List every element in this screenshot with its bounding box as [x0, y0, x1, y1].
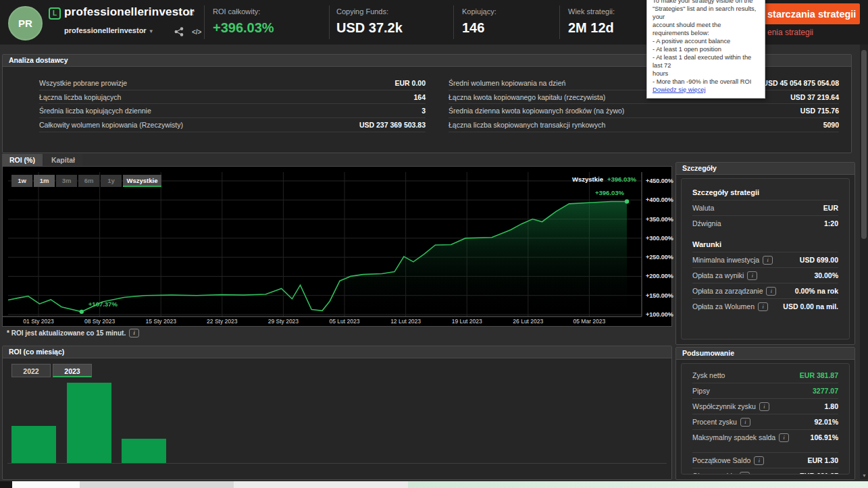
strategy-age-label: Wiek strategii: — [568, 7, 615, 16]
end-point-dot — [625, 199, 629, 203]
roi-area-fill — [8, 202, 627, 315]
row-value: EUR 1.30 — [807, 456, 838, 464]
info-icon[interactable]: i — [740, 472, 750, 475]
range-1w[interactable]: 1w — [11, 175, 32, 187]
row-label: Obecne saldo — [692, 472, 736, 475]
table-row: Opłata za wynikii30.00% — [692, 267, 838, 283]
row-label: Opłata za Wolumen — [692, 302, 755, 310]
info-icon[interactable]: i — [758, 302, 768, 311]
account-name-dropdown[interactable]: professionellerinvestor▼ — [64, 26, 154, 34]
bottom-strip-segment — [80, 481, 234, 488]
leader-badge-icon: L — [49, 7, 61, 20]
y-axis-tick-label: +400.00% — [646, 196, 670, 203]
min-point-dot — [80, 310, 84, 314]
x-axis-tick-label: 05 Mar 2023 — [565, 318, 613, 325]
tab-2022[interactable]: 2022 — [11, 364, 51, 377]
table-row: Procent zyskui92.01% — [692, 414, 838, 429]
table-row: WalutaEUR — [692, 200, 838, 215]
requirements-tooltip: To make your strategy visible on the"Str… — [646, 0, 765, 99]
row-value: USD 37 219.64 — [790, 93, 839, 101]
vertical-scrollbar[interactable] — [860, 45, 868, 479]
row-label: Opłata za wyniki — [692, 271, 744, 279]
monthly-roi-bar[interactable] — [11, 426, 56, 463]
info-icon[interactable]: i — [766, 287, 776, 296]
info-icon[interactable]: i — [779, 433, 789, 442]
monthly-roi-title: ROI (co miesiąc) — [3, 346, 671, 358]
monthly-roi-section: ROI (co miesiąc) 2022 2023 — [2, 346, 672, 480]
x-axis-tick-label: 22 Sty 2023 — [199, 318, 246, 325]
range-1m[interactable]: 1m — [34, 175, 55, 187]
table-row: Wszystkie pobrane prowizjeEUR 0.00 — [39, 76, 426, 90]
y-axis-tick-label: +150.00% — [646, 292, 670, 299]
row-value: 3 — [422, 107, 426, 115]
x-axis-tick-label: 19 Lut 2023 — [443, 318, 490, 325]
details-section: Szczegóły Szczegóły strategii WalutaEUR … — [675, 162, 855, 345]
avatar[interactable]: PR — [8, 6, 43, 40]
legend-series-value: +396.03% — [607, 175, 636, 183]
y-axis-tick-label: +300.00% — [646, 235, 670, 242]
tooltip-line: To make your strategy visible on the — [653, 0, 759, 5]
copiers-label: Kopiujący: — [462, 7, 496, 16]
stop-providing-strategy-button[interactable]: starczania strategii — [763, 3, 860, 24]
row-value: EUR — [823, 204, 838, 212]
bottom-strip-segment — [408, 481, 868, 488]
table-row: Łączna liczba kopiujących164 — [39, 90, 426, 105]
row-label: Opłata za zarządzanie — [692, 287, 763, 295]
roi-line-chart-svg: +107.37%+396.03% — [3, 167, 671, 326]
summary-card: Zysk nettoEUR 381.87 Pipsy3277.07 Współc… — [681, 363, 850, 475]
monthly-roi-bar[interactable] — [122, 439, 166, 463]
info-icon[interactable]: i — [747, 271, 757, 280]
strategy-settings-link[interactable]: enia strategii — [767, 28, 813, 37]
bottom-strip-segment — [12, 481, 80, 488]
table-row: Pipsy3277.07 — [692, 383, 838, 398]
info-icon[interactable]: i — [740, 418, 750, 427]
min-point-label: +107.37% — [88, 300, 118, 308]
row-label: Minimalna inwestycja — [692, 256, 759, 264]
range-3m[interactable]: 3m — [56, 175, 77, 187]
tab-capital[interactable]: Kapitał — [44, 154, 82, 166]
info-icon[interactable]: i — [129, 329, 139, 337]
tooltip-line: - At least 1 deal executed within the la… — [653, 53, 759, 70]
row-label: Łączna liczba kopiujących — [39, 93, 121, 101]
share-icon[interactable] — [174, 27, 184, 36]
row-value: USD 45 054 875 054.08 — [763, 79, 839, 87]
info-icon[interactable]: i — [754, 456, 764, 465]
row-value: 0.00% na rok — [795, 287, 838, 295]
row-label: Maksymalny spadek salda — [692, 433, 775, 441]
info-icon[interactable]: i — [763, 256, 773, 265]
range-all[interactable]: Wszystkie — [123, 175, 161, 187]
row-label: Średnia liczba kopiujących dziennie — [39, 107, 151, 115]
table-row: Dźwignia1:20 — [692, 215, 838, 231]
row-value: USD 237 369 503.83 — [359, 121, 426, 129]
monthly-roi-bar[interactable] — [67, 383, 111, 463]
table-row: Średni wolumen kopiowania na dzieńUSD 45… — [449, 76, 839, 90]
table-row: Łączna liczba skopiowanych transakcji ry… — [449, 118, 839, 132]
details-card: Szczegóły strategii WalutaEUR Dźwignia1:… — [681, 178, 850, 340]
copying-funds-value: USD 37.2k — [336, 20, 403, 36]
tab-2023[interactable]: 2023 — [53, 364, 92, 377]
roi-total-label: ROI całkowity: — [213, 7, 260, 16]
tab-roi-percent[interactable]: ROI (%) — [2, 154, 43, 166]
range-6m[interactable]: 6m — [78, 175, 99, 187]
bottom-strip-segment — [234, 481, 408, 488]
table-row: Maksymalny spadek saldai106.91% — [692, 429, 838, 445]
row-value: EUR 0.00 — [394, 79, 426, 87]
row-label: Średni wolumen kopiowania na dzień — [449, 79, 565, 87]
x-axis-tick-label: 29 Sty 2023 — [259, 318, 307, 325]
tooltip-line: - A positive account balance — [653, 37, 759, 45]
roi-footnote-text: * ROI jest aktualizowane co 15 minut. — [7, 329, 126, 337]
table-row: Łączna kwota kopiowanego kapitału (rzecz… — [449, 90, 839, 105]
table-row: Całkowity wolumen kopiowania (Rzeczywist… — [39, 118, 426, 132]
row-value: 92.01% — [814, 418, 838, 426]
scrollbar-down-arrow-icon[interactable]: ▼ — [862, 473, 867, 478]
learn-more-link[interactable]: Dowiedz się więcej — [653, 86, 706, 93]
embed-code-icon[interactable]: </> — [192, 28, 201, 36]
scrollbar-thumb[interactable] — [861, 50, 867, 239]
favorite-star-icon[interactable]: ☆ — [186, 6, 195, 18]
range-1y[interactable]: 1y — [101, 175, 122, 187]
y-axis-tick-label: +100.00% — [646, 311, 670, 318]
row-value: EUR 381.87 — [800, 371, 838, 379]
x-axis-tick-label: 08 Sty 2023 — [76, 318, 124, 325]
info-icon[interactable]: i — [759, 402, 769, 411]
analysis-right-column: Średni wolumen kopiowania na dzieńUSD 45… — [449, 76, 839, 132]
